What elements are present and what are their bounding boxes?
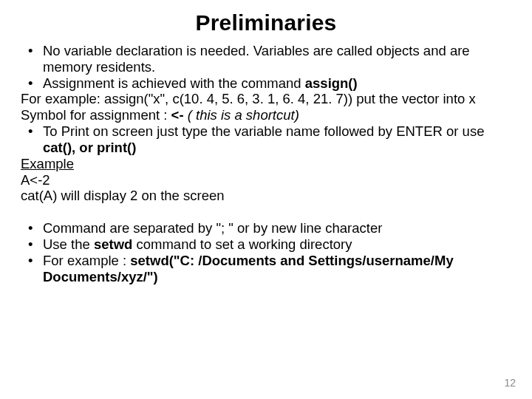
bold-text: "C: /Documents and Settings/username/My [174, 253, 454, 268]
slide-title: Preliminaries [21, 10, 511, 35]
bullet-item: No variable declaration is needed. Varia… [21, 43, 511, 59]
plain-text: Symbol for assignment : [21, 107, 171, 123]
body-line: For example: assign("x", c(10. 4, 5. 6, … [21, 91, 511, 107]
bullet-text: To Print on screen just type the variabl… [43, 123, 484, 139]
bullet-item: To Print on screen just type the variabl… [21, 123, 511, 140]
bold-text: setwd [94, 236, 132, 252]
bullet-item: Assignment is achieved with the command … [21, 75, 511, 92]
bullet-text: Command are separated by "; " or by new … [43, 220, 382, 236]
bullet-text: For example : [43, 253, 130, 268]
bullet-item: For example : setwd("C: /Documents and S… [21, 253, 511, 269]
body-line: cat(A) will display 2 on the screen [21, 188, 511, 204]
bullet-continuation: . memory residents. [21, 59, 511, 75]
bullet-text: Use the [43, 236, 94, 252]
bullet-text: No variable declaration is needed. Varia… [43, 43, 470, 58]
body-line: A<-2 [21, 172, 511, 188]
bullet-continuation: Documents/xyz/") [21, 269, 511, 285]
bullet-text: command to set a working directory [132, 236, 352, 252]
bold-text: cat(), or print() [43, 140, 136, 155]
page-number: 12 [504, 377, 516, 389]
spacer [21, 204, 511, 220]
bullet-text: memory residents. [43, 59, 155, 75]
bold-text: Documents/xyz/") [43, 269, 158, 284]
body-line: Example [21, 156, 511, 172]
bullet-item: Use the setwd command to set a working d… [21, 236, 511, 253]
body-line: Symbol for assignment : <- ( this is a s… [21, 107, 511, 123]
slide-body: No variable declaration is needed. Varia… [21, 43, 511, 285]
bold-text: <- [171, 107, 184, 123]
bold-text: setwd( [130, 253, 174, 268]
bullet-text: Assignment is achieved with the command [43, 75, 305, 91]
bullet-continuation: cat(), or print() [21, 140, 511, 156]
italic-text: ( this is a shortcut) [184, 107, 299, 123]
bold-text: assign() [305, 75, 358, 91]
bullet-item: Command are separated by "; " or by new … [21, 220, 511, 236]
underline-text: Example [21, 156, 74, 171]
slide: Preliminaries No variable declaration is… [0, 0, 532, 399]
